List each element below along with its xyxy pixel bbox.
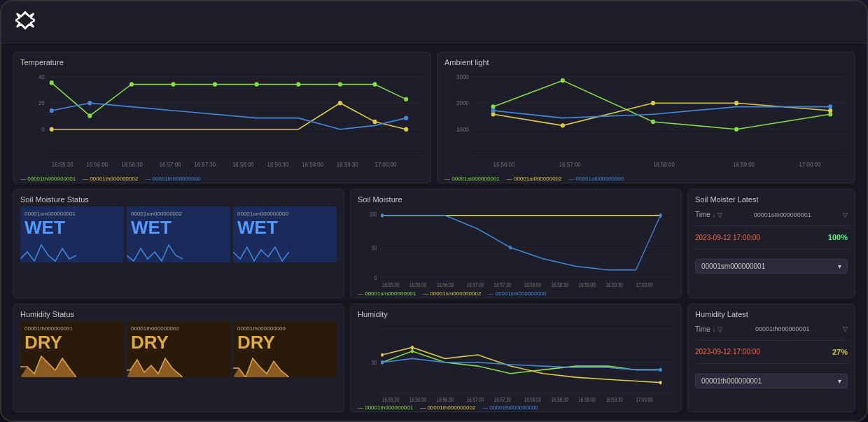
svg-point-22 xyxy=(213,82,217,86)
svg-text:16:57:00: 16:57:00 xyxy=(160,162,181,168)
soil-dropdown[interactable]: 00001sm000000001 ▾ xyxy=(695,259,848,274)
svg-text:16:58:00: 16:58:00 xyxy=(524,281,541,288)
temperature-title: Temperature xyxy=(20,58,424,66)
humidity-status-title: Humidity Status xyxy=(20,310,337,318)
row-2: Soil Moisture Status 00001sm000000001 WE… xyxy=(13,189,855,297)
svg-text:16:58:30: 16:58:30 xyxy=(552,281,568,288)
svg-text:16:58:00: 16:58:00 xyxy=(232,162,254,168)
ambient-light-title: Ambient light xyxy=(444,58,848,66)
row-3: Humidity Status 00001th000000001 DRY 000… xyxy=(13,304,855,412)
svg-text:1000: 1000 xyxy=(456,127,469,133)
humidity-title: Humidity xyxy=(358,310,674,318)
humidity-filter-icon: ▽ xyxy=(843,325,848,332)
svg-text:16:59:30: 16:59:30 xyxy=(337,162,358,168)
svg-text:16:57:00: 16:57:00 xyxy=(559,162,581,168)
ambient-light-chart: 3000 2000 1000 16:56:00 16:57:00 16:58:0… xyxy=(444,69,848,174)
svg-point-102 xyxy=(659,380,662,384)
svg-text:50: 50 xyxy=(372,358,377,365)
soil-moisture-chart: 100 50 0 16:55:30 16:56:00 16:56:30 16:5… xyxy=(358,206,674,288)
ambient-legend: — 00001al000000001 — 00001al000000002 — … xyxy=(444,176,848,182)
svg-text:16:56:30: 16:56:30 xyxy=(437,396,454,403)
divider-4 xyxy=(695,363,848,364)
humidity-latest-title: Humidity Latest xyxy=(695,310,848,318)
svg-point-57 xyxy=(491,108,496,113)
humidity-status-cards: 00001th000000001 DRY 00001th000000002 DR… xyxy=(20,321,337,377)
soil-moister-latest-panel: Soil Moister Latest Time ↓ ▽ 00001sm0000… xyxy=(687,189,855,297)
svg-point-58 xyxy=(828,104,832,108)
humidity-dropdown-arrow: ▾ xyxy=(838,377,841,385)
svg-text:16:59:30: 16:59:30 xyxy=(606,281,623,288)
svg-text:17:00:00: 17:00:00 xyxy=(636,396,652,403)
screen: Temperature 40 20 0 xyxy=(1,1,867,421)
divider-3 xyxy=(695,340,848,341)
svg-point-20 xyxy=(130,82,134,86)
svg-point-49 xyxy=(651,120,655,124)
soil-status-cards: 00001sm000000001 WET 00001sm000000002 WE… xyxy=(20,206,337,262)
svg-text:16:59:30: 16:59:30 xyxy=(606,396,623,403)
svg-text:16:57:30: 16:57:30 xyxy=(494,281,511,288)
svg-text:16:56:30: 16:56:30 xyxy=(121,162,143,168)
sort-icon: ↓ ▽ xyxy=(713,211,722,218)
svg-text:16:58:00: 16:58:00 xyxy=(653,162,675,168)
soil-status-card-1: 00001sm000000001 WET xyxy=(20,206,124,262)
svg-text:17:00:00: 17:00:00 xyxy=(799,162,820,168)
soil-latest-value: 100% xyxy=(828,233,848,241)
humidity-device-id: 00001th000000001 xyxy=(755,325,810,332)
svg-text:16:56:00: 16:56:00 xyxy=(410,281,426,288)
temperature-chart: 40 20 0 16:55:30 16:56:00 16:56:30 16:57… xyxy=(20,69,424,174)
humidity-chart: 50 16:55:30 16:56:00 16:56:30 16:57:00 1… xyxy=(358,321,674,403)
svg-point-98 xyxy=(411,349,414,353)
svg-marker-81 xyxy=(127,358,183,377)
humidity-card-3: 00001th000000000 DRY xyxy=(233,321,337,377)
svg-text:16:58:30: 16:58:30 xyxy=(267,162,289,168)
svg-text:16:59:00: 16:59:00 xyxy=(579,396,596,403)
svg-text:0: 0 xyxy=(41,127,45,133)
svg-point-19 xyxy=(88,113,92,118)
svg-point-30 xyxy=(373,120,377,124)
svg-text:16:59:00: 16:59:00 xyxy=(302,162,323,168)
soil-dropdown-arrow: ▾ xyxy=(838,262,841,270)
humidity-card-2: 00001th000000002 DRY xyxy=(127,321,230,377)
humidity-chart-panel: Humidity 50 16:55:30 16:56:00 16:56:30 1… xyxy=(350,304,682,412)
soil-latest-title: Soil Moister Latest xyxy=(695,195,848,204)
temperature-panel: Temperature 40 20 0 xyxy=(13,52,431,183)
svg-point-50 xyxy=(734,127,738,132)
soil-moisture-chart-panel: Soil Moisture 100 50 0 16:55:30 16:56:00… xyxy=(350,189,682,297)
svg-point-101 xyxy=(411,345,414,349)
svg-text:16:56:00: 16:56:00 xyxy=(86,162,108,168)
svg-point-104 xyxy=(659,367,662,371)
humidity-latest-date: 2023-09-12 17:00:00 xyxy=(695,348,760,356)
humidity-sort-icon: ↓ ▽ xyxy=(713,326,722,333)
humidity-latest-value: 27% xyxy=(832,348,848,356)
humidity-dropdown-value: 00001th000000001 xyxy=(701,377,762,385)
humidity-dropdown[interactable]: 00001th000000001 ▾ xyxy=(695,374,848,388)
svg-point-103 xyxy=(381,360,384,364)
svg-point-24 xyxy=(296,82,300,86)
soil-status-card-2: 00001sm000000002 WET xyxy=(127,206,230,262)
divider-2 xyxy=(695,248,848,249)
soil-filter-icon: ▽ xyxy=(843,211,848,218)
svg-text:16:59:00: 16:59:00 xyxy=(733,162,755,168)
svg-text:16:55:30: 16:55:30 xyxy=(382,281,399,288)
humidity-legend: — 00001th000000001 — 00001th000000002 — … xyxy=(358,405,674,411)
svg-text:16:56:00: 16:56:00 xyxy=(410,396,426,403)
svg-text:40: 40 xyxy=(38,74,45,80)
topbar xyxy=(1,1,867,43)
svg-marker-0 xyxy=(15,13,35,27)
svg-text:3000: 3000 xyxy=(456,74,469,80)
svg-text:17:00:00: 17:00:00 xyxy=(374,162,396,168)
svg-text:100: 100 xyxy=(370,211,377,218)
svg-point-26 xyxy=(373,82,377,86)
svg-text:16:58:00: 16:58:00 xyxy=(524,396,541,403)
svg-text:16:56:30: 16:56:30 xyxy=(437,281,454,288)
soil-moisture-status-panel: Soil Moisture Status 00001sm000000001 WE… xyxy=(13,189,344,297)
svg-point-27 xyxy=(404,97,408,101)
svg-text:16:55:30: 16:55:30 xyxy=(382,396,399,403)
humidity-latest-value-row: 2023-09-12 17:00:00 27% xyxy=(695,348,848,356)
humidity-card-1: 00001th000000001 DRY xyxy=(20,321,124,377)
svg-point-32 xyxy=(50,108,54,113)
svg-point-48 xyxy=(561,78,565,83)
svg-point-31 xyxy=(404,127,408,132)
svg-text:16:57:00: 16:57:00 xyxy=(467,281,484,288)
svg-point-100 xyxy=(381,353,384,356)
